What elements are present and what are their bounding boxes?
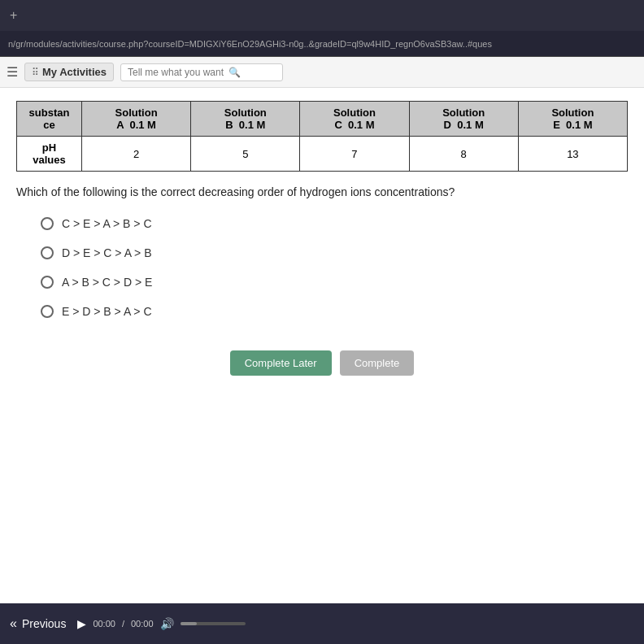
complete-later-button[interactable]: Complete Later [230,350,332,376]
footer-bar: « Previous ▶ 00:00 / 00:00 🔊 [0,603,644,644]
audio-progress-fill [181,622,197,625]
audio-controls: ▶ 00:00 / 00:00 🔊 [77,617,245,630]
search-icon: 🔍 [228,67,241,78]
col-header-e: SolutionE 0.1 M [518,102,627,137]
new-tab-button[interactable]: + [10,8,17,23]
main-content: substance SolutionA 0.1 M SolutionB 0.1 … [0,88,644,603]
cell-c-ph: 7 [300,137,409,172]
option-4[interactable]: E > D > B > A > C [41,305,628,318]
col-header-substance: substance [17,102,82,137]
tell-me-bar[interactable]: 🔍 [120,63,283,81]
question-text: Which of the following is the correct de… [16,183,628,201]
col-header-b: SolutionB 0.1 M [191,102,300,137]
cell-b-ph: 5 [191,137,300,172]
audio-time-total: 00:00 [131,619,154,629]
tell-me-input[interactable] [128,67,225,78]
chevron-left-icon: « [10,616,17,631]
option-1[interactable]: C > E > A > B > C [41,217,628,230]
row-label-ph: pHvalues [17,137,82,172]
option-2[interactable]: D > E > C > A > B [41,246,628,259]
radio-opt1[interactable] [41,217,54,230]
audio-progress-bar[interactable] [181,622,246,625]
option-3-label: A > B > C > D > E [62,276,152,289]
url-text: n/gr/modules/activities/course.php?cours… [8,39,636,49]
action-row: Complete Later Complete [16,342,628,387]
previous-button[interactable]: « Previous [10,616,66,631]
cell-e-ph: 13 [518,137,627,172]
options-container: C > E > A > B > C D > E > C > A > B A > … [41,217,628,318]
audio-separator: / [122,619,124,629]
my-activities-button[interactable]: ⠿ My Activities [24,63,114,81]
cell-d-ph: 8 [409,137,518,172]
col-header-a: SolutionA 0.1 M [82,102,191,137]
audio-icon[interactable]: 🔊 [160,617,174,630]
audio-time-current: 00:00 [93,619,115,629]
cell-a-ph: 2 [82,137,191,172]
option-4-label: E > D > B > A > C [62,305,152,318]
solutions-table: substance SolutionA 0.1 M SolutionB 0.1 … [16,101,628,172]
col-header-d: SolutionD 0.1 M [409,102,518,137]
previous-label: Previous [22,617,66,630]
menu-icon[interactable]: ☰ [7,64,18,80]
toolbar: ☰ ⠿ My Activities 🔍 [0,57,644,88]
option-1-label: C > E > A > B > C [62,217,152,230]
radio-opt4[interactable] [41,305,54,318]
option-2-label: D > E > C > A > B [62,246,152,259]
radio-opt3[interactable] [41,276,54,289]
browser-chrome: + [0,0,644,31]
play-button[interactable]: ▶ [77,617,86,630]
complete-button: Complete [340,350,415,376]
radio-opt2[interactable] [41,246,54,259]
grid-icon: ⠿ [32,67,39,78]
address-bar: n/gr/modules/activities/course.php?cours… [0,31,644,57]
my-activities-label: My Activities [42,66,107,78]
option-3[interactable]: A > B > C > D > E [41,276,628,289]
col-header-c: SolutionC 0.1 M [300,102,409,137]
